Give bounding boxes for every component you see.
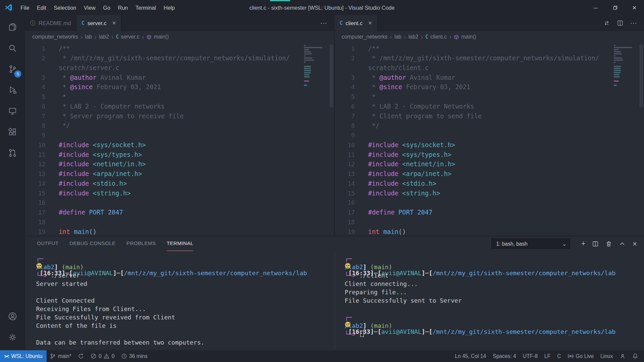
code-line: scratch/server.c — [25, 63, 334, 73]
compare-icon[interactable] — [603, 20, 610, 26]
code-editor-client[interactable]: 1/**2 * /mnt/z/my_git/sixth-semester/com… — [335, 43, 644, 236]
minimap-line — [614, 74, 619, 75]
breadcrumb-symbol[interactable]: main() — [146, 34, 169, 40]
code-line: 14#include <stdio.h> — [335, 179, 644, 189]
accounts-icon[interactable] — [0, 306, 25, 327]
breadcrumb-file[interactable]: Cserver.c — [116, 34, 140, 40]
line-number: 11 — [335, 150, 355, 160]
status-eol[interactable]: LF — [541, 353, 554, 359]
feedback-icon[interactable] — [616, 353, 629, 359]
code-line: 18 — [335, 218, 644, 227]
status-timer[interactable]: 36 mins — [118, 350, 151, 362]
menu-terminal[interactable]: Terminal — [132, 0, 160, 15]
status-branch[interactable]: main* — [47, 350, 75, 362]
menu-view[interactable]: View — [80, 0, 99, 15]
breadcrumb-item[interactable]: computer_networks — [32, 34, 78, 40]
status-go-live[interactable]: Go Live — [565, 353, 597, 359]
status-os[interactable]: Linux — [597, 353, 616, 359]
source-control-icon[interactable]: 5 — [0, 59, 25, 80]
remote-explorer-icon[interactable] — [0, 101, 25, 122]
menu-bar: FileEditSelectionViewGoRunTerminalHelp — [17, 0, 178, 15]
line-number: 10 — [25, 140, 45, 150]
more-icon[interactable]: ⋯ — [320, 19, 327, 27]
tab-strip-left: ⓘREADME.mdCserver.c✕⋯ — [25, 15, 334, 31]
menu-go[interactable]: Go — [99, 0, 114, 15]
c-file-icon: C — [116, 34, 119, 40]
github-pr-icon[interactable] — [0, 142, 25, 164]
extensions-icon[interactable] — [0, 122, 25, 143]
line-number: 18 — [335, 218, 355, 227]
terminal-picker-dropdown[interactable]: 1: bash, bash ⌄ — [491, 238, 570, 249]
code-editor-server[interactable]: 1/**2 * /mnt/z/my_git/sixth-semester/com… — [25, 43, 334, 236]
minimize-button[interactable]: ─ — [586, 0, 606, 15]
search-icon[interactable] — [0, 38, 25, 59]
new-terminal-button[interactable]: + — [581, 240, 585, 247]
breadcrumb-item[interactable]: computer_networks — [342, 34, 387, 40]
breadcrumb-item[interactable]: lab2 — [409, 34, 419, 40]
menu-file[interactable]: File — [17, 0, 33, 15]
remote-icon: >< — [4, 354, 9, 359]
explorer-icon[interactable] — [0, 17, 25, 38]
terminal-line: Client connecting... — [345, 280, 644, 288]
minimap-line — [304, 78, 328, 80]
close-icon[interactable]: ✕ — [112, 20, 116, 26]
status-remote[interactable]: >< WSL: Ubuntu — [0, 350, 47, 362]
code-line: 5 * — [25, 92, 334, 102]
panel-tab-problems[interactable]: PROBLEMS — [126, 236, 156, 251]
code-line: 7 * Client program to send file — [335, 112, 644, 121]
minimap-line — [304, 45, 306, 46]
line-number: 8 — [335, 121, 355, 131]
status-problems[interactable]: 0 0 — [87, 350, 118, 362]
minimap-line — [614, 78, 638, 80]
minimap-line — [614, 45, 615, 46]
split-icon[interactable] — [617, 20, 624, 26]
menu-help[interactable]: Help — [160, 0, 178, 15]
tab-README.md[interactable]: ⓘREADME.md — [25, 15, 76, 31]
panel-tab-terminal[interactable]: TERMINAL — [167, 236, 194, 251]
scrollbar[interactable] — [639, 45, 643, 108]
breadcrumb-file[interactable]: Cclient.c — [425, 34, 447, 40]
minimap[interactable] — [614, 45, 638, 87]
line-number: 12 — [335, 160, 355, 169]
settings-gear-icon[interactable] — [0, 327, 25, 348]
kill-terminal-button[interactable] — [605, 240, 612, 247]
close-icon[interactable]: ✕ — [368, 20, 372, 26]
minimap-line — [304, 62, 306, 63]
minimap-line — [304, 66, 311, 67]
status-encoding[interactable]: UTF-8 — [520, 353, 541, 359]
breadcrumb-symbol[interactable]: main() — [454, 34, 476, 40]
status-cursor-position[interactable]: Ln 45, Col 14 — [451, 353, 489, 359]
status-language-mode[interactable]: C — [554, 353, 564, 359]
more-icon[interactable]: ⋯ — [630, 19, 637, 27]
panel-tab-output[interactable]: OUTPUT — [37, 236, 59, 251]
status-indentation[interactable]: Spaces: 4 — [489, 353, 519, 359]
run-debug-icon[interactable] — [0, 80, 25, 101]
restore-button[interactable] — [605, 0, 625, 15]
notifications-bell-icon[interactable] — [629, 353, 642, 359]
menu-run[interactable]: Run — [114, 0, 131, 15]
scrollbar[interactable] — [330, 45, 333, 108]
split-terminal-button[interactable] — [592, 240, 599, 247]
maximize-panel-button[interactable] — [619, 240, 626, 247]
code-line: 7 * Server program to receive file — [25, 112, 334, 121]
terminal-left[interactable]: ┌─ [16:33]─[avii@AVINAL]─[/mnt/z/my_git/… — [25, 251, 335, 350]
code-line: 10#include <sys/socket.h> — [335, 140, 644, 150]
line-number: 19 — [25, 227, 45, 236]
breadcrumb-item[interactable]: lab — [85, 34, 92, 40]
close-panel-button[interactable]: ✕ — [632, 241, 637, 247]
code-line: 2 * /mnt/z/my_git/sixth-semester/compute… — [25, 54, 334, 63]
terminal-line: Client Connected — [36, 296, 335, 305]
breadcrumb-item[interactable]: lab — [394, 34, 401, 40]
menu-selection[interactable]: Selection — [50, 0, 80, 15]
tab-client.c[interactable]: Cclient.c✕ — [335, 15, 378, 31]
menu-edit[interactable]: Edit — [33, 0, 50, 15]
breadcrumb-item[interactable]: lab2 — [99, 34, 109, 40]
status-sync[interactable] — [75, 350, 88, 362]
vscode-window: FileEditSelectionViewGoRunTerminalHelp c… — [0, 0, 644, 362]
terminal-right[interactable]: ┌─ [16:33]─[avii@AVINAL]─[/mnt/z/my_git/… — [335, 251, 644, 350]
close-window-button[interactable]: ✕ — [625, 0, 644, 15]
line-number: 3 — [335, 73, 355, 83]
tab-server.c[interactable]: Cserver.c✕ — [76, 15, 122, 31]
panel-tab-debug-console[interactable]: DEBUG CONSOLE — [69, 236, 115, 251]
minimap[interactable] — [304, 45, 328, 87]
